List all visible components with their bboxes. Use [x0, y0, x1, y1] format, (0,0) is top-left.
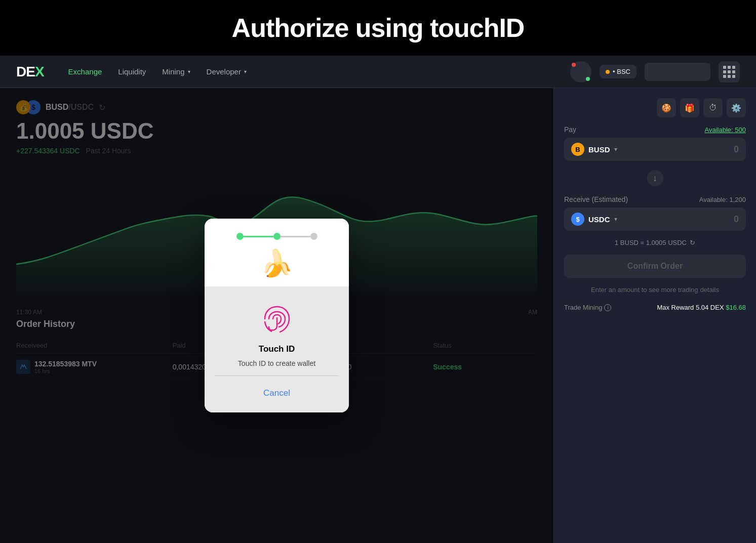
touch-id-title: Touch ID — [259, 344, 295, 354]
history-button[interactable]: ⏱ — [703, 98, 723, 117]
mining-caret: ▾ — [188, 69, 190, 74]
touch-id-modal: 🍌 — [205, 219, 349, 412]
touch-id-subtitle: Touch ID to create wallet — [238, 359, 315, 367]
fingerprint-container — [257, 299, 297, 339]
navbar: DEX Exchange Liquidity Mining ▾ Develope… — [0, 56, 756, 88]
progress-indicator — [236, 233, 317, 240]
pay-token-row: B BUSD ▾ 0 — [564, 138, 746, 161]
receive-label-row: Receive (Estimated) Available: 1,200 — [564, 195, 746, 203]
trade-mining-usd: $16.68 — [726, 304, 746, 311]
pay-label: Pay — [564, 126, 576, 134]
receive-section: Receive (Estimated) Available: 1,200 $ U… — [564, 195, 746, 231]
step-1-line — [244, 236, 273, 237]
panel-toolbar: 🍪 🎁 ⏱ ⚙️ — [564, 98, 746, 117]
modal-divider — [215, 375, 339, 376]
swap-arrow-row: ↓ — [564, 169, 746, 187]
dot-green — [586, 77, 590, 81]
receive-token-name: USDC — [588, 215, 610, 224]
bsc-badge[interactable]: • BSC — [600, 65, 636, 78]
info-icon[interactable]: i — [604, 304, 611, 311]
pay-token-caret: ▾ — [614, 146, 617, 153]
content-area: 💰 $ BUSD/USDC ↻ 1.0005 USDC +227.543364 … — [0, 88, 756, 543]
trade-mining-value: Max Reward 5.04 DEX $16.68 — [657, 304, 746, 311]
developer-caret: ▾ — [244, 69, 247, 74]
modal-overlay: 🍌 — [0, 88, 553, 543]
available-pay[interactable]: Available: 500 — [705, 126, 746, 134]
settings-button[interactable]: ⚙️ — [727, 98, 746, 117]
top-banner: Authorize using touchID — [0, 0, 756, 56]
receive-token-row: $ USDC ▾ 0 — [564, 207, 746, 231]
pay-token-selector[interactable]: B BUSD ▾ — [571, 143, 617, 156]
left-panel: 💰 $ BUSD/USDC ↻ 1.0005 USDC +227.543364 … — [0, 88, 553, 543]
step-3-dot — [310, 233, 317, 240]
step-2-dot — [273, 233, 281, 240]
confirm-order-button[interactable]: Confirm Order — [564, 255, 746, 278]
pay-token-name: BUSD — [588, 145, 610, 154]
receive-amount[interactable]: 0 — [734, 214, 739, 225]
swap-arrow-button[interactable]: ↓ — [646, 169, 664, 187]
busd-token-icon: B — [571, 143, 584, 156]
history-icon: ⏱ — [709, 103, 717, 112]
step-1-dot — [236, 233, 244, 240]
nav-exchange[interactable]: Exchange — [68, 67, 102, 76]
pay-amount[interactable]: 0 — [734, 144, 739, 155]
grid-button[interactable] — [719, 61, 740, 82]
hint-text: Enter an amount to see more trading deta… — [564, 286, 746, 294]
settings-icon: ⚙️ — [731, 103, 741, 113]
pay-label-row: Pay Available: 500 — [564, 126, 746, 134]
trade-mining-label: Trade Mining i — [564, 304, 611, 311]
banner-title: Authorize using touchID — [232, 13, 525, 43]
receive-token-selector[interactable]: $ USDC ▾ — [571, 213, 617, 226]
cancel-button[interactable]: Cancel — [263, 384, 290, 402]
rate-text: 1 BUSD = 1.0005 USDC — [615, 239, 687, 246]
nav-right: • BSC — [570, 61, 740, 82]
usdc-token-icon: $ — [571, 213, 584, 226]
bsc-label: • BSC — [613, 68, 630, 75]
step-2-line — [281, 236, 310, 237]
gift-button[interactable]: 🎁 — [680, 98, 699, 117]
right-panel: 🍪 🎁 ⏱ ⚙️ Pay Available: 500 — [553, 88, 756, 543]
banana-icon: 🍌 — [260, 250, 293, 276]
nav-links: Exchange Liquidity Mining ▾ Developer ▾ — [68, 67, 571, 76]
rate-refresh-icon[interactable]: ↻ — [690, 239, 695, 246]
receive-token-caret: ▾ — [614, 216, 617, 223]
available-receive: Available: 1,200 — [699, 196, 746, 203]
gift-icon: 🎁 — [685, 103, 695, 113]
wallet-button[interactable] — [570, 61, 591, 82]
pay-section: Pay Available: 500 B BUSD ▾ 0 — [564, 126, 746, 161]
logo: DEX — [16, 64, 44, 80]
nav-developer[interactable]: Developer ▾ — [207, 67, 247, 76]
cookie-icon: 🍪 — [661, 103, 671, 113]
grid-dots-icon — [723, 66, 735, 78]
trade-mining-row: Trade Mining i Max Reward 5.04 DEX $16.6… — [564, 302, 746, 311]
nav-liquidity[interactable]: Liquidity — [118, 67, 146, 76]
app-container: DEX Exchange Liquidity Mining ▾ Develope… — [0, 56, 756, 543]
address-box[interactable] — [645, 63, 710, 81]
bsc-dot — [606, 70, 610, 74]
cookie-button[interactable]: 🍪 — [657, 98, 676, 117]
dot-red — [572, 63, 576, 67]
modal-body: Touch ID Touch ID to create wallet Cance… — [205, 286, 349, 412]
nav-mining[interactable]: Mining ▾ — [162, 67, 190, 76]
modal-top: 🍌 — [205, 219, 349, 286]
receive-label: Receive (Estimated) — [564, 195, 628, 203]
fingerprint-icon — [259, 301, 295, 337]
rate-row: 1 BUSD = 1.0005 USDC ↻ — [564, 239, 746, 246]
